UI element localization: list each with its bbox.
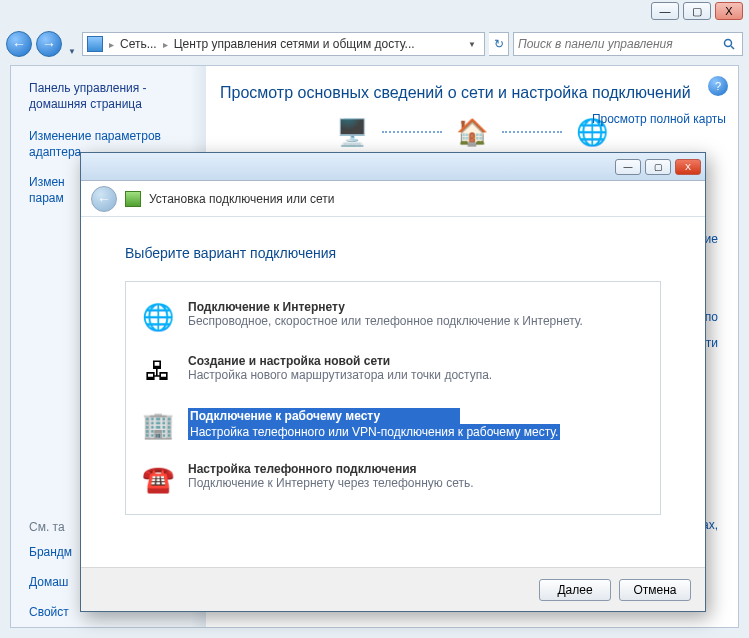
phone-icon: ☎️ bbox=[140, 462, 176, 496]
network-icon bbox=[87, 36, 103, 52]
computer-icon: 🖥️ bbox=[332, 116, 372, 148]
router-icon: 🖧 bbox=[140, 354, 176, 388]
globe-arrow-icon: 🌐 bbox=[140, 300, 176, 334]
search-box[interactable] bbox=[513, 32, 743, 56]
option-title: Настройка телефонного подключения bbox=[188, 462, 474, 476]
option-desc: Подключение к Интернету через телефонную… bbox=[188, 476, 474, 490]
help-icon[interactable]: ? bbox=[708, 76, 728, 96]
wizard-options-list: 🌐 Подключение к Интернету Беспроводное, … bbox=[125, 281, 661, 515]
house-icon: 🏠 bbox=[452, 116, 492, 148]
diagram-connector bbox=[382, 131, 442, 133]
option-desc: Настройка телефонного или VPN-подключени… bbox=[188, 424, 560, 440]
option-desc: Настройка нового маршрутизатора или точк… bbox=[188, 368, 492, 382]
wizard-footer: Далее Отмена bbox=[81, 567, 705, 611]
wizard-titlebar: — ▢ X bbox=[81, 153, 705, 181]
wizard-close-button[interactable]: X bbox=[675, 159, 701, 175]
forward-button[interactable]: → bbox=[36, 31, 62, 57]
breadcrumb-sep-icon: ▸ bbox=[109, 39, 114, 50]
page-title: Просмотр основных сведений о сети и наст… bbox=[220, 84, 724, 102]
option-connect-workplace[interactable]: 🏢 Подключение к рабочему месту Настройка… bbox=[126, 398, 660, 452]
connection-wizard-dialog: — ▢ X ← Установка подключения или сети В… bbox=[80, 152, 706, 612]
window-title-buttons: — ▢ X bbox=[645, 0, 749, 22]
sidebar-link-part: Измен bbox=[29, 175, 65, 189]
wizard-heading: Выберите вариант подключения bbox=[125, 245, 661, 261]
toolbar: ← → ▼ ▸ Сеть... ▸ Центр управления сетям… bbox=[6, 28, 743, 60]
option-title: Подключение к Интернету bbox=[188, 300, 583, 314]
svg-point-0 bbox=[725, 40, 732, 47]
view-full-map-link[interactable]: Просмотр полной карты bbox=[592, 112, 726, 126]
wizard-header: ← Установка подключения или сети bbox=[81, 181, 705, 217]
cancel-button[interactable]: Отмена bbox=[619, 579, 691, 601]
wizard-minimize-button[interactable]: — bbox=[615, 159, 641, 175]
next-button[interactable]: Далее bbox=[539, 579, 611, 601]
option-title: Подключение к рабочему месту bbox=[188, 408, 460, 424]
refresh-button[interactable]: ↻ bbox=[489, 32, 509, 56]
minimize-button[interactable]: — bbox=[651, 2, 679, 20]
close-button[interactable]: X bbox=[715, 2, 743, 20]
nav-history-dropdown[interactable]: ▼ bbox=[66, 32, 78, 56]
network-setup-icon bbox=[125, 191, 141, 207]
sidebar-home-link[interactable]: Панель управления - домашняя страница bbox=[29, 80, 196, 112]
breadcrumb-sep-icon: ▸ bbox=[163, 39, 168, 50]
wizard-back-button[interactable]: ← bbox=[91, 186, 117, 212]
option-desc: Беспроводное, скоростное или телефонное … bbox=[188, 314, 583, 328]
sidebar-link-part: парам bbox=[29, 191, 64, 205]
workplace-icon: 🏢 bbox=[140, 408, 176, 442]
maximize-button[interactable]: ▢ bbox=[683, 2, 711, 20]
wizard-body: Выберите вариант подключения 🌐 Подключен… bbox=[81, 217, 705, 525]
breadcrumb-2[interactable]: Центр управления сетями и общим досту... bbox=[174, 37, 415, 51]
breadcrumb-1[interactable]: Сеть... bbox=[120, 37, 157, 51]
option-title: Создание и настройка новой сети bbox=[188, 354, 492, 368]
option-dialup[interactable]: ☎️ Настройка телефонного подключения Под… bbox=[126, 452, 660, 506]
address-bar[interactable]: ▸ Сеть... ▸ Центр управления сетями и об… bbox=[82, 32, 485, 56]
svg-line-1 bbox=[731, 46, 734, 49]
search-input[interactable] bbox=[518, 37, 720, 51]
option-connect-internet[interactable]: 🌐 Подключение к Интернету Беспроводное, … bbox=[126, 290, 660, 344]
address-dropdown-icon[interactable]: ▼ bbox=[464, 40, 480, 49]
back-button[interactable]: ← bbox=[6, 31, 32, 57]
option-setup-network[interactable]: 🖧 Создание и настройка новой сети Настро… bbox=[126, 344, 660, 398]
wizard-maximize-button[interactable]: ▢ bbox=[645, 159, 671, 175]
diagram-connector bbox=[502, 131, 562, 133]
wizard-title: Установка подключения или сети bbox=[149, 192, 334, 206]
search-icon[interactable] bbox=[720, 35, 738, 53]
